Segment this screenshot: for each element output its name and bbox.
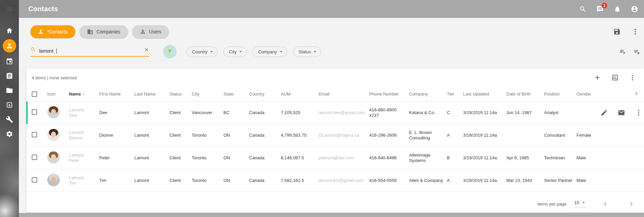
results-card: 4 items | none selected [26,69,644,213]
sidebar-item-tasks[interactable] [0,69,19,83]
cell-state: ON [223,178,249,183]
row-checkbox[interactable] [32,109,37,115]
column-header-state[interactable]: State [223,91,249,97]
selection-summary: 4 items | none selected [32,75,77,80]
table-row[interactable]: Lamont, Peter Peter Lamont Client Toront… [26,147,644,169]
sidebar-item-tools[interactable] [0,112,19,127]
cell-status: Client [169,155,192,161]
chart-view-icon[interactable] [611,74,619,82]
column-header-first[interactable]: First Name [99,91,134,97]
column-header-status[interactable]: Status [169,91,192,97]
cell-last-updated: 3/19/2019 11:14a [463,133,506,138]
chat-icon[interactable]: 1 [596,5,604,13]
filter-chip-company[interactable]: Company [252,47,287,57]
cell-name: Lamont, Dionne [69,130,99,141]
cell-gender: Male [576,178,600,183]
column-header-gender[interactable]: Gender [576,91,600,97]
table-body: Lamont, Dee Dee Lamont Client Vancouver … [26,102,644,192]
cell-position: Consultant [544,133,576,138]
cell-date-of-birth: Jun 14, 1987 [506,110,544,115]
column-header-name[interactable]: Name↑ [69,91,99,97]
sidebar-item-contacts[interactable] [0,38,19,54]
cell-country: Canada [249,110,281,115]
add-to-list-icon[interactable] [618,48,626,56]
column-header-country[interactable]: Country [249,91,281,97]
row-checkbox[interactable] [32,132,37,137]
column-header-icon[interactable]: Icon [47,91,69,97]
cell-email: plamont@aol.com [319,155,369,161]
chip-status-label: Status [299,49,311,54]
tab-companies[interactable]: Companies [80,25,128,38]
table-row[interactable]: Lamont, Dee Dee Lamont Client Vancouver … [26,102,644,124]
sidebar-item-calendar[interactable] [0,54,19,69]
cell-status: Client [169,178,192,183]
content-area: *Contacts Companies Users [19,18,644,217]
cell-name: Lamont, Dee [69,107,99,118]
row-options-kebab-icon[interactable] [635,109,643,117]
hamburger-menu-icon[interactable] [5,5,14,13]
clear-search-icon[interactable] [144,47,149,54]
cell-gender: Female [576,133,600,138]
table-row[interactable]: Lamont, Tim Tim Lamont Client Toronto ON… [26,169,644,192]
cell-last-name: Lamont [134,178,169,183]
avatar [47,151,60,164]
chevron-down-icon [239,51,242,53]
remove-from-list-icon[interactable] [633,48,641,56]
tab-contacts[interactable]: *Contacts [30,25,75,38]
sidebar-item-settings[interactable] [0,127,19,141]
column-header-phone[interactable]: Phone Number [369,91,409,97]
row-checkbox[interactable] [32,177,37,183]
column-header-updated[interactable]: Last Updated [463,91,506,97]
next-page-icon[interactable] [627,200,635,208]
cell-state: ON [223,155,249,161]
add-item-icon[interactable] [593,74,601,82]
cell-company: E. L. Brown Consulting [409,130,447,141]
tab-companies-label: Companies [97,29,120,34]
search-input[interactable]: lamont [30,47,149,57]
cell-first-name: Dee [99,110,134,115]
chevron-down-icon [210,51,213,53]
tab-users[interactable]: Users [132,25,169,38]
svg-text:$: $ [8,103,10,107]
column-header-last[interactable]: Last Name [134,91,169,97]
column-header-tier[interactable]: Tier [447,91,463,97]
filter-chip-city[interactable]: City [223,47,247,57]
edit-pencil-icon[interactable] [600,109,608,117]
column-header-email[interactable]: Email [319,91,369,97]
table-row[interactable]: Lamont, Dionne Dionne Lamont Client Toro… [26,124,644,147]
scroll-columns-right-icon[interactable] [633,90,639,98]
cell-last-updated: 3/19/2019 11:14a [463,178,506,183]
sidebar-item-home[interactable] [0,23,19,38]
filter-chip-status[interactable]: Status [293,47,321,57]
cell-phone: 416-296-2606 [369,133,409,138]
column-header-city[interactable]: City [192,91,223,97]
account-circle-icon[interactable] [630,5,639,13]
table-options-kebab-icon[interactable] [628,74,637,82]
filter-funnel-button[interactable] [163,45,177,58]
search-value: lamont [39,49,53,54]
column-header-aum[interactable]: AUM [281,91,319,97]
cell-email: DLamont@rogers.ca [319,133,369,138]
sidebar-item-files[interactable] [0,83,19,98]
horizontal-scrollbar[interactable] [19,213,644,217]
sort-ascending-icon: ↑ [82,91,85,97]
column-header-company[interactable]: Company [409,91,447,97]
notifications-bell-icon[interactable] [613,5,621,13]
select-all-checkbox[interactable] [32,91,37,97]
save-icon[interactable] [613,28,621,36]
chip-city-label: City [229,49,237,54]
cell-country: Canada [249,133,281,138]
filter-chip-country[interactable]: Country [186,47,218,57]
row-checkbox[interactable] [32,155,37,160]
column-header-dob[interactable]: Date of Birth [506,91,544,97]
column-header-position[interactable]: Position [544,91,576,97]
email-envelope-icon[interactable] [617,109,625,117]
sidebar-item-billing[interactable]: $ [0,98,19,112]
cell-email: lamont.tim@gmail.com [319,178,369,183]
search-icon[interactable] [579,5,587,13]
page-size-select[interactable]: 10 [573,200,587,208]
previous-page-icon[interactable] [601,200,610,208]
more-options-kebab-icon[interactable] [631,28,639,36]
cell-name: Lamont, Peter [69,153,99,163]
person-outline-icon [140,29,146,35]
